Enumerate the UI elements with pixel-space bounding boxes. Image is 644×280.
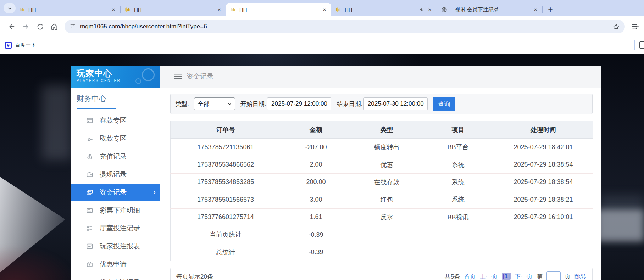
sidebar-header: 玩家中心 PLAYERS CENTER xyxy=(71,66,160,88)
page-header: 资金记录 xyxy=(160,66,601,88)
browser-tab[interactable]: :::视讯 会员下注纪录::: ✕ xyxy=(437,3,542,16)
table-cell: 优惠 xyxy=(351,156,422,173)
promo-apply-icon xyxy=(86,261,93,268)
withdraw-hand-icon xyxy=(86,135,93,142)
site-info-icon[interactable] xyxy=(70,23,76,30)
report-chart-icon xyxy=(86,243,93,250)
table-cell: 1753785534853285 xyxy=(171,173,281,191)
tab-title: HH xyxy=(28,7,110,13)
col-time: 处理时间 xyxy=(494,121,593,139)
table-cell xyxy=(351,226,422,243)
sidebar-item-lottery-bet-detail[interactable]: 彩票下注明细 xyxy=(71,201,160,219)
jump-link[interactable]: 跳转 xyxy=(574,273,587,280)
browser-tab[interactable]: HH ✕ xyxy=(15,3,120,16)
menu-icon xyxy=(174,74,182,79)
minimize-button[interactable]: — xyxy=(630,4,635,10)
table-cell: 额度转出 xyxy=(351,139,422,156)
address-bar[interactable]: mgm1065.com/hhcp/usercenter.html?iniType… xyxy=(65,20,625,33)
globe-icon xyxy=(441,7,447,13)
browser-tab-active[interactable]: HH ✕ xyxy=(226,3,331,16)
end-date-input[interactable]: 2025-07-30 12:00:00 xyxy=(363,97,428,110)
table-cell xyxy=(494,243,593,261)
promo-record-icon xyxy=(86,279,93,280)
first-page-link[interactable]: 首页 xyxy=(464,273,476,280)
table-cell: 1753785721135061 xyxy=(171,139,281,156)
col-order-no: 订单号 xyxy=(171,121,281,139)
table-cell xyxy=(351,243,422,261)
bookmark-label: 百度一下 xyxy=(15,42,36,49)
section-underline xyxy=(77,108,156,109)
reload-button[interactable] xyxy=(34,21,46,33)
table-cell: -0.39 xyxy=(281,243,351,261)
tab-audio-icon[interactable] xyxy=(419,7,424,12)
table-cell: 2025-07-29 18:42:01 xyxy=(494,139,593,156)
site-favicon-icon xyxy=(19,7,25,13)
tab-close-icon[interactable]: ✕ xyxy=(532,6,539,13)
browser-tab[interactable]: HH ✕ xyxy=(121,3,226,16)
col-type: 类型 xyxy=(351,121,422,139)
back-button[interactable] xyxy=(6,21,18,33)
tab-close-icon[interactable]: ✕ xyxy=(321,6,328,13)
bookmark-star-icon[interactable] xyxy=(612,23,620,30)
table-cell: 1753785534866562 xyxy=(171,156,281,173)
forward-button[interactable] xyxy=(20,21,32,33)
main-content: 资金记录 类型: 全部 开始日期: 2025-07-29 12:00:00 结束… xyxy=(160,66,601,280)
background-tint xyxy=(0,245,78,280)
type-label: 类型: xyxy=(175,100,189,108)
type-select[interactable]: 全部 xyxy=(194,97,235,110)
sidebar-item-promo-apply[interactable]: 优惠申请 xyxy=(71,256,160,274)
sidebar-item-fund-record[interactable]: 资金记录 › xyxy=(71,184,160,202)
home-button[interactable] xyxy=(48,21,60,33)
media-controls-icon[interactable] xyxy=(630,21,640,32)
table-cell: 3.00 xyxy=(281,191,351,208)
tab-close-icon[interactable]: ✕ xyxy=(427,6,433,13)
table-cell: 1753785501566573 xyxy=(171,191,281,208)
browser-tab[interactable]: HH ✕ xyxy=(331,3,437,16)
table-cell: 2025-07-29 18:38:21 xyxy=(494,191,593,208)
tab-search-button[interactable] xyxy=(4,3,16,13)
filter-panel: 类型: 全部 开始日期: 2025-07-29 12:00:00 结束日期: 2… xyxy=(170,94,593,114)
page-jump-input[interactable] xyxy=(546,271,561,280)
sidebar-item-withdraw-zone[interactable]: 取款专区 xyxy=(71,130,160,148)
start-date-input[interactable]: 2025-07-29 12:00:00 xyxy=(267,97,331,110)
search-button[interactable]: 查询 xyxy=(433,97,455,111)
table-cell: -207.00 xyxy=(281,139,351,156)
player-center-sidebar: 玩家中心 PLAYERS CENTER 财务中心 存款专区 取款专区 充值记录 xyxy=(71,66,160,280)
table-cell: 2025-07-29 18:38:54 xyxy=(494,173,593,191)
decor-circle xyxy=(142,68,155,81)
sidebar-item-hall-bet-record[interactable]: 厅室投注记录 xyxy=(71,219,160,237)
tab-close-icon[interactable]: ✕ xyxy=(216,6,222,13)
table-summary-row: 当前页统计 -0.39 xyxy=(171,226,593,243)
sidebar-item-recharge-record[interactable]: 充值记录 xyxy=(71,147,160,166)
tab-title: HH xyxy=(134,7,216,13)
sidebar-item-deposit-zone[interactable]: 存款专区 xyxy=(71,112,160,130)
money-bag-icon xyxy=(86,153,93,160)
pagination-bar: 每页显示20条 共5条 首页 上一页 [1] 下一页 第 页 跳转 xyxy=(170,268,593,280)
table-cell: 系统 xyxy=(422,173,494,191)
url-text[interactable]: mgm1065.com/hhcp/usercenter.html?iniType… xyxy=(80,23,609,30)
bookmark-baidu[interactable]: 百度一下 xyxy=(5,42,36,49)
table-cell xyxy=(422,243,494,261)
new-tab-button[interactable]: + xyxy=(545,4,556,15)
decor-circle xyxy=(135,78,141,84)
sidebar-item-player-bet-report[interactable]: 玩家投注报表 xyxy=(71,237,160,256)
sidebar-item-withdraw-record[interactable]: 提现记录 xyxy=(71,166,160,184)
hall-bet-icon xyxy=(86,225,93,232)
jump-suffix-label: 页 xyxy=(565,273,571,280)
sidebar-section: 财务中心 xyxy=(71,88,160,109)
table-cell: 反水 xyxy=(351,208,422,226)
table-cell: 当前页统计 xyxy=(171,226,281,243)
background-streak xyxy=(42,85,72,160)
fund-record-table: 订单号 金额 类型 项目 处理时间 1753785721135061 -207.… xyxy=(170,121,593,261)
deposit-card-icon xyxy=(86,117,93,124)
next-page-link[interactable]: 下一页 xyxy=(515,273,533,280)
table-cell: 2.00 xyxy=(281,156,351,173)
sidebar-menu: 存款专区 取款专区 充值记录 提现记录 资金记录 › 彩票下注明细 xyxy=(71,112,160,280)
section-title: 财务中心 xyxy=(77,94,156,108)
table-cell: BB平台 xyxy=(422,139,494,156)
tab-close-icon[interactable]: ✕ xyxy=(110,6,117,13)
prev-page-link[interactable]: 上一页 xyxy=(480,273,498,280)
sidebar-item-promo-record[interactable]: 优惠申请记录 xyxy=(71,273,160,280)
table-cell: 1.61 xyxy=(281,208,351,226)
table-cell: 2025-07-29 18:38:54 xyxy=(494,156,593,173)
